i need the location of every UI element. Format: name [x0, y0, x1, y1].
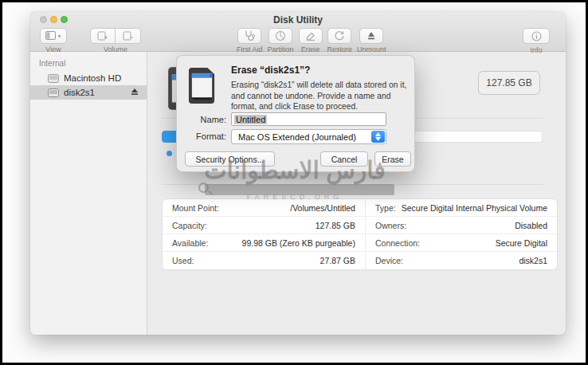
window-title: Disk Utility [30, 14, 566, 26]
sidebar-view-icon [45, 29, 56, 43]
screenshot-frame: Disk Utility ▾ View [0, 0, 588, 365]
table-row: Mount Point: /Volumes/Untitled [163, 199, 365, 217]
partition-icon [275, 30, 286, 41]
cancel-button[interactable]: Cancel [320, 151, 368, 167]
partition-button[interactable]: Partition [268, 28, 294, 53]
remove-volume-icon [123, 31, 134, 41]
legend-used-dot [167, 151, 172, 156]
table-row: Owners: Disabled [366, 217, 557, 234]
sidebar-item-disk2s1[interactable]: disk2s1 [30, 85, 147, 100]
table-row: Capacity: 127.85 GB [163, 217, 365, 234]
table-row: Device: disk2s1 [366, 252, 557, 269]
view-button[interactable]: ▾ [40, 28, 67, 44]
format-label: Format: [178, 131, 226, 141]
eject-icon[interactable] [131, 88, 139, 97]
stepper-icon [371, 131, 385, 143]
disk-icon [48, 74, 59, 83]
restore-icon [334, 30, 345, 41]
erase-button[interactable]: Erase [374, 151, 411, 167]
disk-icon [48, 88, 59, 97]
add-volume-button[interactable] [90, 28, 116, 44]
unmount-icon [366, 30, 377, 41]
chevron-down-icon: ▾ [57, 33, 61, 40]
security-options-button[interactable]: Security Options... [185, 151, 275, 167]
add-volume-icon [97, 31, 108, 41]
volume-details-table: Mount Point: /Volumes/Untitled Capacity:… [162, 198, 558, 270]
unmount-button[interactable]: Unmount [357, 28, 386, 53]
table-row: Available: 99.98 GB (Zero KB purgeable) [163, 234, 365, 252]
name-label: Name: [178, 115, 226, 124]
remove-volume-button[interactable] [116, 28, 141, 44]
format-select-value: Mac OS Extended (Journaled) [238, 132, 356, 142]
sidebar-section-internal: Internal [30, 52, 147, 71]
name-input[interactable]: Untitled [231, 112, 386, 126]
dialog-title: Erase “disk2s1”? [231, 65, 310, 76]
sidebar: Internal Macintosh HD disk2s1 [30, 52, 147, 335]
first-aid-button[interactable]: First Aid [237, 28, 263, 53]
sidebar-item-macintosh-hd[interactable]: Macintosh HD [30, 71, 147, 85]
window-chrome: Disk Utility ▾ View [30, 12, 566, 52]
table-row: Connection: Secure Digital [366, 234, 557, 252]
table-row: Used: 27.87 GB [163, 252, 365, 269]
info-label: Info [523, 46, 550, 54]
table-row: Type: Secure Digital Internal Physical V… [366, 199, 557, 217]
sd-card-icon [187, 66, 217, 108]
first-aid-icon [244, 30, 255, 41]
dialog-body-text: Erasing “disk2s1” will delete all data s… [231, 80, 408, 112]
info-icon [531, 31, 542, 41]
info-button[interactable] [523, 28, 550, 44]
format-select[interactable]: Mac OS Extended (Journaled) [231, 129, 386, 144]
disk-size-badge: 127.85 GB [478, 71, 540, 95]
restore-button[interactable]: Restore [327, 28, 353, 53]
details-left-column: Mount Point: /Volumes/Untitled Capacity:… [163, 199, 366, 269]
erase-dialog: Erase “disk2s1”? Erasing “disk2s1” will … [176, 55, 415, 172]
divider-bottom [162, 184, 543, 185]
erase-button-toolbar[interactable]: Erase [299, 28, 323, 53]
details-right-column: Type: Secure Digital Internal Physical V… [366, 199, 557, 269]
name-input-value: Untitled [234, 115, 267, 124]
erase-icon [305, 30, 316, 41]
